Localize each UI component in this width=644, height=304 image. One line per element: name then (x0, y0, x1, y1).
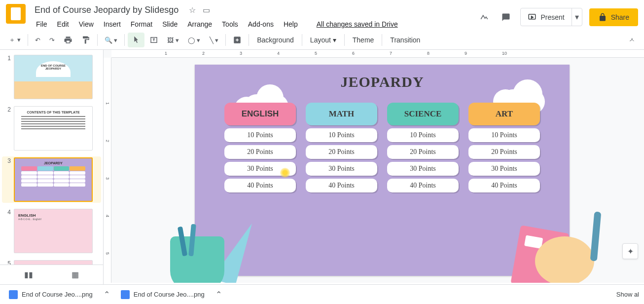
star-icon[interactable]: ☆ (189, 5, 196, 15)
points-cell[interactable]: 40 Points (468, 179, 540, 192)
points-cell[interactable]: 10 Points (306, 128, 377, 142)
present-dropdown[interactable]: ▾ (572, 8, 582, 26)
chevron-up-icon[interactable]: ⌃ (215, 290, 222, 299)
shape-tool[interactable]: ◯ ▾ (184, 34, 205, 47)
download-file-2[interactable]: End of Course Jeo....png (117, 288, 209, 301)
view-mode-toggle: ▮▮ ▦ (0, 265, 104, 284)
menu-addons[interactable]: Add-ons (244, 18, 278, 30)
points-cell[interactable]: 40 Points (387, 179, 459, 192)
image-file-icon (121, 290, 130, 299)
download-file-1[interactable]: End of Course Jeo....png (5, 288, 97, 301)
select-tool[interactable] (128, 33, 144, 47)
hide-menus-button[interactable]: ㅅ (625, 33, 639, 47)
menu-insert[interactable]: Insert (99, 18, 125, 30)
header-bar: End of Course Jeopardy by Slidesgo ☆ ▭ F… (0, 0, 644, 31)
category-english[interactable]: ENGLISH (224, 103, 296, 125)
undo-button[interactable]: ↶ (31, 34, 44, 47)
points-cell[interactable]: 20 Points (224, 145, 296, 159)
slide-thumb-4[interactable]: 4 ENGLISH A-B-C-D-E... English! (2, 208, 101, 254)
download-bar: End of Course Jeo....png ⌃ End of Course… (0, 284, 644, 304)
document-title[interactable]: End of Course Jeopardy by Slidesgo (32, 4, 181, 16)
share-label: Share (611, 13, 629, 21)
filmstrip-view-icon[interactable]: ▮▮ (24, 270, 33, 279)
slide-thumb-2[interactable]: 2 CONTENTS OF THIS TEMPLATE (2, 105, 101, 152)
title-area: End of Course Jeopardy by Slidesgo ☆ ▭ F… (32, 4, 477, 30)
brush-decoration (590, 212, 602, 262)
header-actions: Present ▾ Share (477, 8, 638, 26)
redo-button[interactable]: ↷ (45, 34, 59, 47)
transition-button[interactable]: Transition (385, 33, 425, 47)
points-cell[interactable]: 40 Points (306, 179, 377, 192)
main-area: 1 END OF COURSE JEOPARDY 2 CONTENTS OF T… (0, 50, 644, 283)
menu-format[interactable]: Format (126, 18, 157, 30)
present-label: Present (540, 13, 564, 21)
points-cell[interactable]: 20 Points (306, 145, 377, 159)
show-all-downloads[interactable]: Show al (616, 291, 639, 298)
menu-slide[interactable]: Slide (158, 18, 182, 30)
slide-canvas[interactable]: JEOPARDY ENGLISH MATH SCIENCE ART 10 Poi… (195, 65, 570, 276)
slide-panel[interactable]: 1 END OF COURSE JEOPARDY 2 CONTENTS OF T… (0, 50, 104, 283)
points-cell[interactable]: 40 Points (224, 179, 296, 192)
chevron-up-icon[interactable]: ⌃ (104, 290, 110, 299)
paint-format-button[interactable] (77, 33, 94, 47)
print-button[interactable] (60, 33, 76, 47)
menu-help[interactable]: Help (279, 18, 302, 30)
line-tool[interactable]: ╲ ▾ (206, 34, 223, 47)
present-button-group: Present ▾ (520, 8, 582, 26)
menu-arrange[interactable]: Arrange (183, 18, 216, 30)
move-icon[interactable]: ▭ (203, 5, 210, 15)
points-cell[interactable]: 30 Points (306, 162, 377, 176)
background-button[interactable]: Background (252, 33, 299, 47)
points-cell[interactable]: 20 Points (387, 145, 459, 159)
comments-icon[interactable] (499, 10, 513, 25)
category-science[interactable]: SCIENCE (387, 103, 459, 125)
menu-view[interactable]: View (74, 18, 98, 30)
explore-button[interactable]: ✦ (622, 243, 638, 259)
category-art[interactable]: ART (468, 103, 540, 125)
points-cell[interactable]: 10 Points (224, 128, 296, 142)
ruler-vertical: 12 34 5 (104, 58, 111, 283)
theme-button[interactable]: Theme (348, 33, 379, 47)
new-slide-button[interactable]: ＋ ▾ (5, 33, 25, 47)
menu-tools[interactable]: Tools (217, 18, 243, 30)
palette-decoration (535, 236, 594, 283)
activity-icon[interactable] (477, 10, 492, 25)
present-button[interactable]: Present (521, 8, 571, 26)
points-cell[interactable]: 10 Points (387, 128, 459, 142)
app-logo-icon[interactable] (6, 4, 26, 24)
points-cell[interactable]: 30 Points (387, 162, 459, 176)
image-file-icon (9, 290, 18, 299)
points-cell[interactable]: 20 Points (468, 145, 540, 159)
zoom-button[interactable]: 🔍 ▾ (101, 34, 122, 47)
menu-edit[interactable]: Edit (53, 18, 73, 30)
slide-thumb-3[interactable]: 3 JEOPARDY (2, 156, 101, 203)
share-button[interactable]: Share (589, 8, 638, 26)
comment-tool[interactable] (229, 33, 246, 47)
menu-bar: File Edit View Insert Format Slide Arran… (32, 18, 477, 30)
textbox-tool[interactable] (145, 33, 162, 47)
grid-view-icon[interactable]: ▦ (72, 270, 79, 279)
image-tool[interactable]: 🖼 ▾ (163, 34, 183, 47)
click-indicator-icon (280, 168, 290, 178)
layout-button[interactable]: Layout ▾ (305, 33, 341, 47)
pencil-cup-decoration (170, 236, 224, 283)
toolbar: ＋ ▾ ↶ ↷ 🔍 ▾ 🖼 ▾ ◯ ▾ ╲ ▾ Background Layou… (0, 31, 644, 50)
points-cell[interactable]: 10 Points (468, 128, 540, 142)
slide-thumb-1[interactable]: 1 END OF COURSE JEOPARDY (2, 54, 101, 100)
jeopardy-grid: ENGLISH MATH SCIENCE ART 10 Points 10 Po… (195, 103, 570, 192)
canvas-area: 12 34 56 78 910 12 34 5 JEOPARDY ENGLISH… (104, 50, 644, 283)
points-cell[interactable]: 30 Points (468, 162, 540, 176)
category-math[interactable]: MATH (306, 103, 377, 125)
ruler-horizontal: 12 34 56 78 910 (111, 50, 644, 58)
menu-file[interactable]: File (32, 18, 52, 30)
slide-title[interactable]: JEOPARDY (195, 74, 570, 90)
save-status[interactable]: All changes saved in Drive (312, 18, 402, 30)
